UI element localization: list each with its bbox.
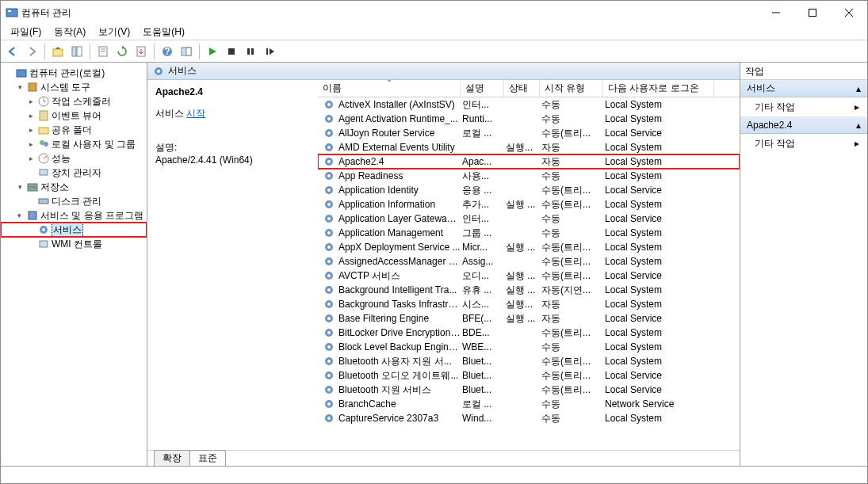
gear-icon <box>323 98 335 111</box>
service-row[interactable]: Bluetooth 지원 서비스Bluet...수동(트리...Local Se… <box>318 383 740 397</box>
service-row[interactable]: AllJoyn Router Service로컬 ...수동(트리...Loca… <box>318 126 740 140</box>
menu-file[interactable]: 파일(F) <box>6 25 46 39</box>
properties-button[interactable] <box>94 43 112 60</box>
service-row[interactable]: AssignedAccessManager 서...Assig...수동(트리.… <box>318 254 740 269</box>
minimize-button[interactable] <box>758 1 794 25</box>
menu-help[interactable]: 도움말(H) <box>138 25 189 39</box>
tree-device-manager[interactable]: 장치 관리자 <box>1 166 147 180</box>
tree-services-apps[interactable]: ▾서비스 및 응용 프로그램 <box>1 208 147 223</box>
toolbar-button[interactable] <box>178 43 195 60</box>
tree-system-tools[interactable]: ▾시스템 도구 <box>1 80 147 94</box>
tree-task-scheduler[interactable]: ▸작업 스케줄러 <box>1 94 147 109</box>
service-row[interactable]: AMD External Events Utility실행...자동Local … <box>318 140 740 154</box>
restart-service-button[interactable] <box>261 43 278 60</box>
navigation-tree[interactable]: 컴퓨터 관리(로컬) ▾시스템 도구 ▸작업 스케줄러 ▸이벤트 뷰어 ▸공유 … <box>1 63 147 466</box>
service-row[interactable]: Bluetooth 오디오 게이트웨...Bluet...수동(트리...Loc… <box>318 368 740 383</box>
refresh-button[interactable] <box>113 43 131 60</box>
cell-logon: Local System <box>603 199 714 210</box>
export-button[interactable] <box>132 43 150 60</box>
tree-wmi[interactable]: WMI 컨트롤 <box>1 237 147 251</box>
svg-rect-33 <box>28 184 37 187</box>
col-status[interactable]: 상태 <box>504 80 540 97</box>
menu-action[interactable]: 동작(A) <box>49 25 90 39</box>
tree-shared-folders[interactable]: ▸공유 폴더 <box>1 123 147 137</box>
main-content: 컴퓨터 관리(로컬) ▾시스템 도구 ▸작업 스케줄러 ▸이벤트 뷰어 ▸공유 … <box>1 63 867 466</box>
svg-rect-20 <box>266 48 268 55</box>
cell-name: BitLocker Drive Encryption ... <box>337 327 461 338</box>
actions-more-1[interactable]: 기타 작업▸ <box>740 97 867 116</box>
svg-point-49 <box>327 146 331 149</box>
cell-logon: Local Service <box>603 185 714 196</box>
cell-start: 수동 <box>540 398 603 411</box>
up-button[interactable] <box>49 43 67 60</box>
tree-storage[interactable]: ▾저장소 <box>1 180 147 194</box>
service-row[interactable]: BitLocker Drive Encryption ...BDE...수동(트… <box>318 326 740 340</box>
start-link[interactable]: 시작 <box>186 108 205 119</box>
actions-section-apache[interactable]: Apache2.4▴ <box>740 116 867 134</box>
service-rows[interactable]: ActiveX Installer (AxInstSV)인터...수동Local… <box>318 97 740 450</box>
tab-extended[interactable]: 확장 <box>154 450 190 466</box>
cell-name: Bluetooth 오디오 게이트웨... <box>337 369 461 383</box>
actions-more-2[interactable]: 기타 작업▸ <box>740 134 867 153</box>
tree-root[interactable]: 컴퓨터 관리(로컬) <box>1 66 147 80</box>
cell-logon: Local System <box>603 156 714 167</box>
service-row[interactable]: Base Filtering EngineBFE(...실행 ...자동Loca… <box>318 311 740 326</box>
cell-desc: 로컬 ... <box>461 398 504 411</box>
help-button[interactable]: ? <box>159 43 176 60</box>
col-start[interactable]: 시작 유형 <box>540 80 603 97</box>
service-row[interactable]: Application Information추가...실행 ...수동(트리.… <box>318 197 740 212</box>
toolbar-separator <box>199 44 200 59</box>
start-service-button[interactable] <box>204 43 221 60</box>
cell-start: 자동(지연... <box>540 284 603 297</box>
service-row[interactable]: Application Management그룹 ...수동Local Syst… <box>318 226 740 240</box>
gear-icon <box>323 198 335 211</box>
tree-disk-management[interactable]: 디스크 관리 <box>1 194 147 208</box>
menu-view[interactable]: 보기(V) <box>94 25 135 39</box>
service-row[interactable]: Application Layer Gateway ...인터...수동Loca… <box>318 212 740 226</box>
svg-point-63 <box>327 246 331 249</box>
col-name[interactable]: 이름 <box>318 80 461 97</box>
forward-button[interactable] <box>23 43 40 60</box>
col-logon[interactable]: 다음 사용자로 로그온 <box>603 80 714 97</box>
service-row[interactable]: App Readiness사용...수동Local System <box>318 169 740 183</box>
service-row[interactable]: BranchCache로컬 ...수동Network Service <box>318 397 740 411</box>
cell-desc: Assig... <box>461 256 504 267</box>
service-row[interactable]: AppX Deployment Service ...Micr...실행 ...… <box>318 240 740 254</box>
cell-start: 수동 <box>540 227 603 240</box>
tree-event-viewer[interactable]: ▸이벤트 뷰어 <box>1 109 147 123</box>
show-hide-button[interactable] <box>68 43 86 60</box>
tree-performance[interactable]: ▸성능 <box>1 151 147 166</box>
actions-section-services[interactable]: 서비스▴ <box>740 80 867 97</box>
pause-service-button[interactable] <box>242 43 259 60</box>
service-row[interactable]: Application Identity응용 ...수동(트리...Local … <box>318 183 740 197</box>
svg-point-69 <box>327 288 331 292</box>
back-button[interactable] <box>4 43 21 60</box>
service-row[interactable]: AVCTP 서비스오디...실행 ...수동(트리...Local Servic… <box>318 269 740 283</box>
col-desc[interactable]: 설명 <box>461 80 504 97</box>
cell-status: 실행 ... <box>504 198 540 212</box>
service-row[interactable]: Agent Activation Runtime_...Runti...수동Lo… <box>318 112 740 126</box>
service-row[interactable]: Background Intelligent Tra...유휴 ...실행 ..… <box>318 283 740 297</box>
svg-rect-39 <box>40 241 48 247</box>
tree-services[interactable]: 서비스 <box>1 223 147 237</box>
svg-point-59 <box>327 217 331 220</box>
service-row[interactable]: Background Tasks Infrastru...시스...실행...자… <box>318 297 740 311</box>
toolbar: ? <box>1 40 867 63</box>
maximize-button[interactable] <box>794 1 831 25</box>
service-row[interactable]: Bluetooth 사용자 지원 서...Bluet...수동(트리...Loc… <box>318 354 740 368</box>
cell-start: 수동 <box>540 212 603 226</box>
close-button[interactable] <box>831 1 867 25</box>
panel-header: 서비스 <box>147 63 740 80</box>
stop-service-button[interactable] <box>223 43 240 60</box>
svg-point-41 <box>157 70 160 73</box>
service-row[interactable]: Block Level Backup Engine ...WBE...수동Loc… <box>318 340 740 354</box>
tab-standard[interactable]: 표준 <box>189 450 226 466</box>
cell-desc: Bluet... <box>461 370 504 381</box>
cell-desc: 추가... <box>461 198 504 212</box>
service-row[interactable]: Apache2.4Apac...자동Local System <box>318 154 740 169</box>
service-row[interactable]: CaptureService 2307a3Wind...수동Local Syst… <box>318 411 740 425</box>
cell-name: AVCTP 서비스 <box>337 269 461 283</box>
service-row[interactable]: ActiveX Installer (AxInstSV)인터...수동Local… <box>318 97 740 112</box>
cell-logon: Local System <box>603 327 714 338</box>
tree-local-users[interactable]: ▸로컬 사용자 및 그룹 <box>1 137 147 151</box>
